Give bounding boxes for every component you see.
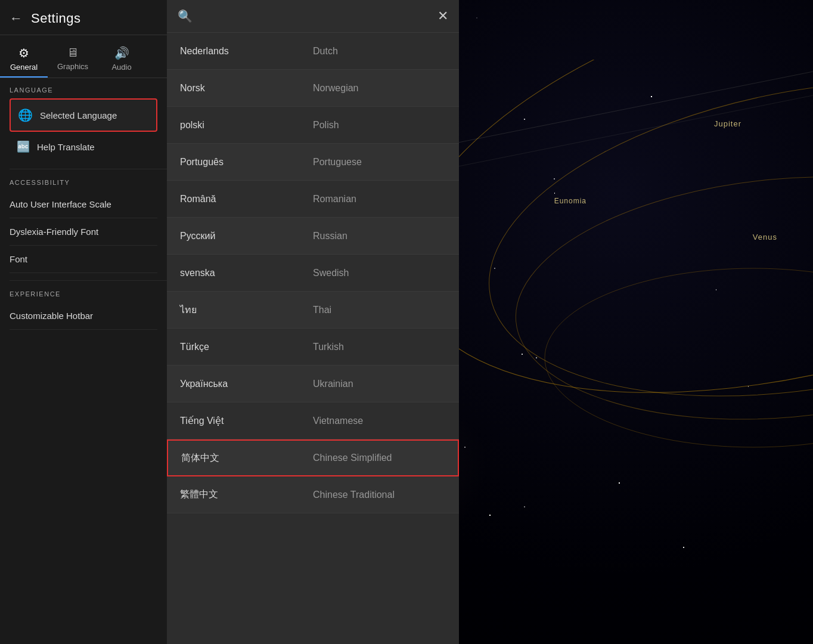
- language-item[interactable]: svenskaSwedish: [167, 255, 459, 292]
- lang-english-name: Portuguese: [313, 157, 446, 168]
- dropdown-header: 🔍 ✕: [167, 0, 459, 33]
- customizable-hotbar-item[interactable]: Customizable Hotbar: [10, 302, 157, 330]
- lang-native-name: Nederlands: [180, 46, 313, 57]
- svg-point-22: [464, 447, 466, 448]
- translate-icon: 🔤: [17, 140, 30, 153]
- language-item[interactable]: Tiếng ViệtVietnamese: [167, 402, 459, 439]
- tab-general[interactable]: ⚙ General: [0, 41, 48, 78]
- font-item[interactable]: Font: [10, 246, 157, 273]
- language-list: NederlandsDutchNorskNorwegianpolskiPolis…: [167, 33, 459, 644]
- lang-native-name: Română: [180, 194, 313, 205]
- lang-native-name: Norsk: [180, 83, 313, 94]
- help-translate-label: Help Translate: [37, 142, 95, 152]
- lang-native-name: 简体中文: [181, 452, 313, 465]
- tabs-bar: ⚙ General 🖥 Graphics 🔊 Audio: [0, 35, 167, 78]
- svg-point-18: [554, 178, 555, 179]
- language-item[interactable]: PortuguêsPortuguese: [167, 144, 459, 181]
- close-button[interactable]: ✕: [437, 8, 448, 24]
- language-item[interactable]: РусскийRussian: [167, 218, 459, 255]
- lang-native-name: svenska: [180, 268, 313, 278]
- lang-english-name: Dutch: [313, 46, 446, 57]
- auto-ui-scale-item[interactable]: Auto User Interface Scale: [10, 191, 157, 218]
- lang-native-name: Türkçe: [180, 342, 313, 352]
- lang-native-name: Русский: [180, 231, 313, 242]
- lang-english-name: Chinese Traditional: [313, 490, 446, 500]
- lang-english-name: Russian: [313, 231, 446, 242]
- lang-english-name: Romanian: [313, 194, 446, 205]
- language-item[interactable]: УкраїнськаUkrainian: [167, 366, 459, 402]
- sidebar-header: ← Settings: [0, 0, 167, 35]
- graphics-icon: 🖥: [67, 46, 79, 60]
- lang-native-name: Tiếng Việt: [180, 415, 313, 426]
- lang-english-name: Polish: [313, 120, 446, 131]
- audio-icon: 🔊: [114, 46, 129, 60]
- dyslexia-font-item[interactable]: Dyslexia-Friendly Font: [10, 218, 157, 246]
- lang-native-name: Português: [180, 157, 313, 168]
- back-button[interactable]: ←: [10, 12, 23, 25]
- language-item[interactable]: ไทยThai: [167, 292, 459, 329]
- sidebar: ← Settings ⚙ General 🖥 Graphics 🔊 Audio …: [0, 0, 167, 644]
- lang-native-name: 繁體中文: [180, 488, 313, 501]
- experience-label: EXPERIENCE: [10, 290, 157, 298]
- tab-graphics-label: Graphics: [57, 62, 88, 71]
- selected-language-label: Selected Language: [40, 110, 117, 120]
- svg-point-28: [524, 506, 525, 507]
- lang-english-name: Vietnamese: [313, 416, 446, 426]
- general-icon: ⚙: [18, 46, 29, 60]
- customizable-hotbar-label: Customizable Hotbar: [10, 311, 93, 321]
- language-item[interactable]: TürkçeTurkish: [167, 329, 459, 366]
- globe-icon: 🌐: [18, 108, 33, 122]
- svg-point-12: [524, 119, 525, 120]
- tab-audio[interactable]: 🔊 Audio: [98, 41, 145, 78]
- svg-point-17: [494, 268, 495, 269]
- settings-title: Settings: [31, 11, 81, 26]
- selected-language-item[interactable]: 🌐 Selected Language: [10, 98, 157, 132]
- language-item[interactable]: NederlandsDutch: [167, 33, 459, 70]
- accessibility-section: ACCESSIBILITY Auto User Interface Scale …: [10, 169, 167, 275]
- auto-ui-scale-label: Auto User Interface Scale: [10, 199, 111, 209]
- svg-point-23: [536, 357, 537, 358]
- help-translate-item[interactable]: 🔤 Help Translate: [10, 132, 157, 162]
- lang-english-name: Ukrainian: [313, 379, 446, 389]
- language-item[interactable]: polskiPolish: [167, 107, 459, 144]
- lang-english-name: Norwegian: [313, 83, 446, 94]
- lang-english-name: Swedish: [313, 268, 446, 278]
- language-dropdown: 🔍 ✕ NederlandsDutchNorskNorwegianpolskiP…: [167, 0, 459, 644]
- lang-english-name: Turkish: [313, 342, 446, 352]
- lang-native-name: ไทย: [180, 302, 313, 317]
- lang-english-name: Thai: [313, 305, 446, 315]
- dyslexia-font-label: Dyslexia-Friendly Font: [10, 227, 98, 237]
- language-item[interactable]: NorskNorwegian: [167, 70, 459, 107]
- tab-audio-label: Audio: [111, 63, 131, 72]
- tab-graphics[interactable]: 🖥 Graphics: [48, 41, 98, 78]
- accessibility-label: ACCESSIBILITY: [10, 179, 157, 186]
- lang-native-name: polski: [180, 120, 313, 131]
- font-label: Font: [10, 254, 27, 264]
- search-icon[interactable]: 🔍: [178, 9, 193, 23]
- experience-section: EXPERIENCE Customizable Hotbar: [10, 280, 167, 332]
- lang-native-name: Українська: [180, 379, 313, 389]
- language-item[interactable]: 繁體中文Chinese Traditional: [167, 476, 459, 513]
- language-item[interactable]: RomânăRomanian: [167, 181, 459, 218]
- language-item[interactable]: 简体中文Chinese Simplified: [167, 439, 459, 476]
- lang-english-name: Chinese Simplified: [313, 453, 445, 463]
- svg-point-11: [476, 17, 477, 18]
- tab-general-label: General: [10, 63, 38, 72]
- language-section-label: LANGUAGE: [10, 86, 157, 94]
